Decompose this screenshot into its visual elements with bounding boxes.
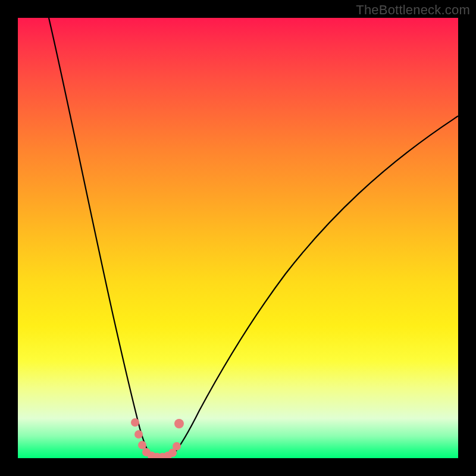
left-curve <box>49 18 152 456</box>
curves-svg <box>18 18 458 458</box>
plot-area <box>18 18 458 458</box>
svg-point-10 <box>174 419 184 428</box>
svg-point-9 <box>173 442 181 450</box>
right-curve <box>171 116 458 456</box>
svg-point-1 <box>134 430 143 439</box>
chart-frame: TheBottleneck.com <box>0 0 476 476</box>
watermark-text: TheBottleneck.com <box>356 2 470 18</box>
svg-point-2 <box>138 441 146 449</box>
svg-point-0 <box>131 418 139 427</box>
